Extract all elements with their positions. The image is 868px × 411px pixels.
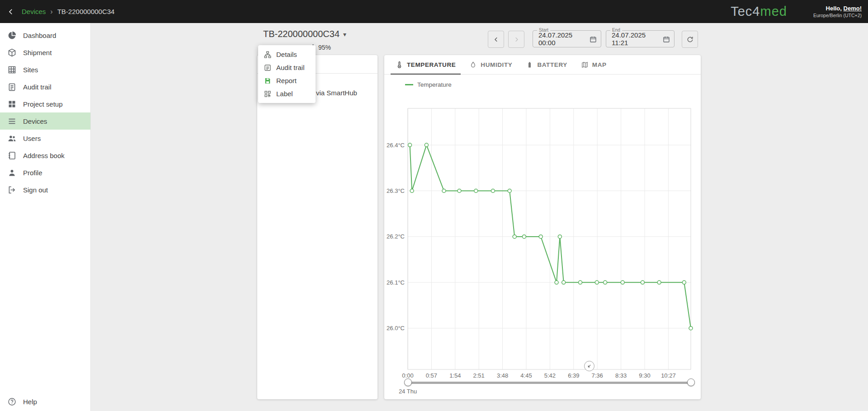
package-icon xyxy=(7,48,17,57)
sidebar-item-profile[interactable]: Profile xyxy=(0,164,90,181)
calendar-icon[interactable] xyxy=(589,35,597,43)
svg-text:8:33: 8:33 xyxy=(615,372,627,379)
start-date-value: 24.07.2025 00:00 xyxy=(538,31,585,47)
temperature-chart[interactable]: 0:000:571:542:513:484:455:426:397:368:33… xyxy=(384,55,701,399)
last-seen-source: via SmartHub xyxy=(316,89,357,97)
sidebar-item-devices[interactable]: Devices xyxy=(0,112,90,130)
menu-item-label[interactable]: Label xyxy=(258,87,316,100)
people-icon xyxy=(7,134,17,143)
chevron-right-icon xyxy=(513,36,520,43)
chevron-down-icon: ▾ xyxy=(343,31,346,38)
pie-chart-icon xyxy=(7,31,17,40)
range-handle-start[interactable] xyxy=(404,378,412,386)
user-greeting: Hello, Demo! Europe/Berlin (UTC+2) xyxy=(813,5,862,19)
end-date-field[interactable]: End 24.07.2025 11:21 xyxy=(606,30,675,47)
calendar-icon[interactable] xyxy=(662,35,670,43)
breadcrumb: Devices › TB-220000000C34 xyxy=(22,8,114,16)
person-icon xyxy=(7,168,17,177)
svg-text:3:48: 3:48 xyxy=(497,372,508,379)
start-date-label: Start xyxy=(537,28,550,33)
sidebar-item-sites[interactable]: Sites xyxy=(0,61,90,78)
svg-text:7:36: 7:36 xyxy=(592,372,603,379)
svg-text:9:30: 9:30 xyxy=(639,372,650,379)
svg-text:26.4°C: 26.4°C xyxy=(387,142,405,149)
svg-text:26.3°C: 26.3°C xyxy=(387,187,405,194)
device-title-dropdown[interactable]: TB-220000000C34 ▾ xyxy=(263,29,346,39)
svg-text:0:57: 0:57 xyxy=(426,372,437,379)
svg-text:2:51: 2:51 xyxy=(473,372,485,379)
back-button[interactable] xyxy=(0,0,22,23)
range-handle-end[interactable] xyxy=(687,378,695,386)
breadcrumb-separator-icon: › xyxy=(50,8,52,16)
svg-text:0:00: 0:00 xyxy=(402,372,413,379)
menu-item-details[interactable]: Details xyxy=(258,48,316,61)
sidebar-item-shipment[interactable]: Shipment xyxy=(0,44,90,61)
grid-icon xyxy=(7,65,17,75)
widgets-icon xyxy=(7,99,17,109)
topbar: Devices › TB-220000000C34 Tec4med Hello,… xyxy=(0,0,868,23)
battery-percent: 95% xyxy=(318,44,331,51)
menu-item-audit-trail[interactable]: Audit trail xyxy=(258,61,316,74)
svg-text:26.2°C: 26.2°C xyxy=(387,233,405,240)
sidebar-item-project-setup[interactable]: Project setup xyxy=(0,95,90,112)
breadcrumb-current: TB-220000000C34 xyxy=(57,8,115,15)
device-context-menu: Details Audit trail Report Label xyxy=(258,45,316,103)
svg-text:4:45: 4:45 xyxy=(520,372,532,379)
reset-zoom-button[interactable] xyxy=(584,361,594,371)
list-icon xyxy=(7,117,17,126)
svg-text:26.1°C: 26.1°C xyxy=(387,279,405,286)
device-title: TB-220000000C34 xyxy=(263,29,340,39)
svg-text:6:39: 6:39 xyxy=(568,372,579,379)
next-interval-button[interactable] xyxy=(508,31,524,48)
document-icon xyxy=(264,64,272,72)
sidebar-item-users[interactable]: Users xyxy=(0,130,90,147)
svg-text:10:27: 10:27 xyxy=(661,372,676,379)
book-icon xyxy=(7,151,17,160)
hierarchy-icon xyxy=(264,51,272,59)
chevron-left-icon xyxy=(7,8,15,16)
sidebar-item-sign-out[interactable]: Sign out xyxy=(0,181,90,198)
sidebar-item-audit-trail[interactable]: Audit trail xyxy=(0,78,90,95)
save-icon xyxy=(264,77,272,85)
axis-date-label: 24 Thu xyxy=(397,388,419,395)
refresh-button[interactable] xyxy=(682,31,698,48)
tec4med-logo: Tec4med xyxy=(731,4,787,19)
device-info-card: via SmartHub xyxy=(257,55,377,399)
logout-icon xyxy=(7,185,17,195)
sidebar-item-dashboard[interactable]: Dashboard xyxy=(0,27,90,44)
time-range-slider[interactable] xyxy=(408,382,691,384)
sidebar-item-address-book[interactable]: Address book xyxy=(0,147,90,164)
svg-text:26.0°C: 26.0°C xyxy=(387,325,405,332)
menu-item-report[interactable]: Report xyxy=(258,74,316,87)
breadcrumb-devices-link[interactable]: Devices xyxy=(22,8,46,15)
refresh-icon xyxy=(686,36,694,43)
end-date-label: End xyxy=(610,28,622,33)
clipboard-icon xyxy=(7,82,17,92)
svg-text:5:42: 5:42 xyxy=(544,372,556,379)
svg-text:1:54: 1:54 xyxy=(449,372,461,379)
chevron-left-icon xyxy=(492,36,500,43)
qr-code-icon xyxy=(264,90,272,98)
timezone-label: Europe/Berlin (UTC+2) xyxy=(813,12,862,19)
sidebar-item-help[interactable]: Help xyxy=(0,393,90,410)
start-date-field[interactable]: Start 24.07.2025 00:00 xyxy=(533,30,601,47)
end-date-value: 24.07.2025 11:21 xyxy=(612,31,659,47)
arrow-down-left-icon xyxy=(586,363,592,369)
user-name-link[interactable]: Demo! xyxy=(844,5,862,12)
help-icon xyxy=(7,397,17,406)
sidebar: Dashboard Shipment Sites Audit trail Pro… xyxy=(0,23,91,411)
prev-interval-button[interactable] xyxy=(488,31,504,48)
measurement-card: TEMPERATURE HUMIDITY BATTERY MAP Tempera… xyxy=(384,55,701,399)
